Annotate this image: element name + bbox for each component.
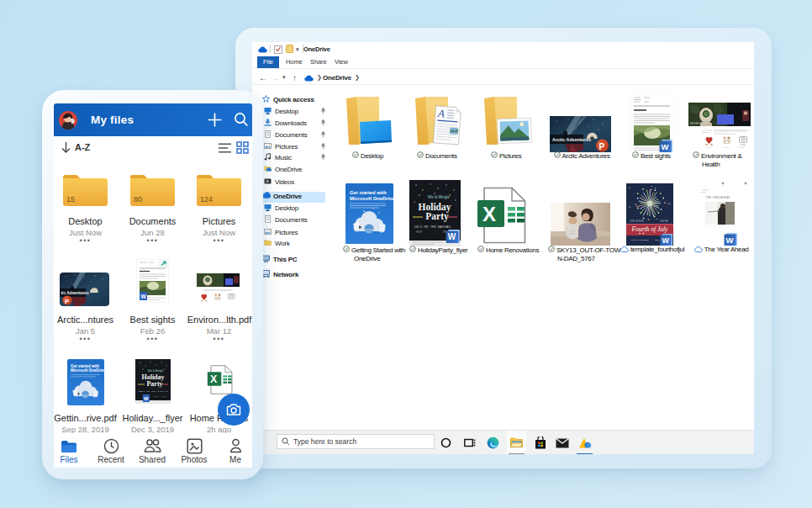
svg-text:INFO: INFO (161, 395, 166, 397)
svg-text:123 MAIN STREET: 123 MAIN STREET (631, 239, 649, 241)
svg-text:RSVP: RSVP (154, 395, 159, 397)
svg-text:X: X (482, 203, 496, 225)
svg-text:JOIN US FOR: JOIN US FOR (630, 220, 644, 223)
svg-text:Fourth of July: Fourth of July (631, 225, 669, 233)
svg-text:124: 124 (200, 195, 213, 204)
svg-text:W: W (144, 396, 149, 401)
svg-text:W: W (140, 294, 146, 299)
svg-text:W: W (448, 232, 456, 241)
svg-text:Microsoft OneDrive: Microsoft OneDrive (350, 196, 393, 201)
svg-text:A: A (436, 107, 445, 120)
svg-text:80: 80 (134, 195, 142, 204)
svg-text:P: P (65, 298, 70, 305)
svg-text:W: W (726, 235, 734, 245)
svg-text:Get started with: Get started with (350, 190, 387, 195)
svg-text:THE YEAR AHEAD: THE YEAR AHEAD (705, 196, 730, 199)
svg-text:DEC 3 · FRI · 7PM · MAIN HALL: DEC 3 · FRI · 7PM · MAIN HALL (139, 390, 168, 393)
svg-text:tic Adventures: tic Adventures (61, 291, 89, 295)
svg-text:ENVIRONMENT: ENVIRONMENT (690, 122, 709, 125)
svg-text:Arctic Adventures: Arctic Adventures (552, 137, 591, 142)
svg-text:Get started with: Get started with (71, 364, 99, 368)
svg-text:X: X (210, 373, 218, 385)
svg-text:Heart: Heart (706, 146, 711, 149)
svg-text:Health: Health (739, 146, 746, 149)
svg-text:Party: Party (425, 211, 449, 222)
svg-text:P: P (599, 142, 605, 151)
svg-text:W: W (662, 236, 669, 245)
svg-text:Microsoft OneDrive: Microsoft OneDrive (71, 368, 104, 373)
svg-text:Party: Party (146, 380, 162, 388)
svg-text:✦ ✦: ✦ ✦ (638, 231, 645, 235)
svg-text:W: W (662, 142, 669, 151)
svg-text:RSVP: RSVP (416, 230, 422, 234)
svg-text:6:00 PM: 6:00 PM (660, 220, 668, 223)
svg-text:Mix & Mingle: Mix & Mingle (148, 369, 163, 373)
svg-text:Meals: Meals (724, 146, 730, 149)
svg-text:Mix & Mingle: Mix & Mingle (428, 195, 450, 199)
svg-text:15: 15 (66, 195, 75, 204)
